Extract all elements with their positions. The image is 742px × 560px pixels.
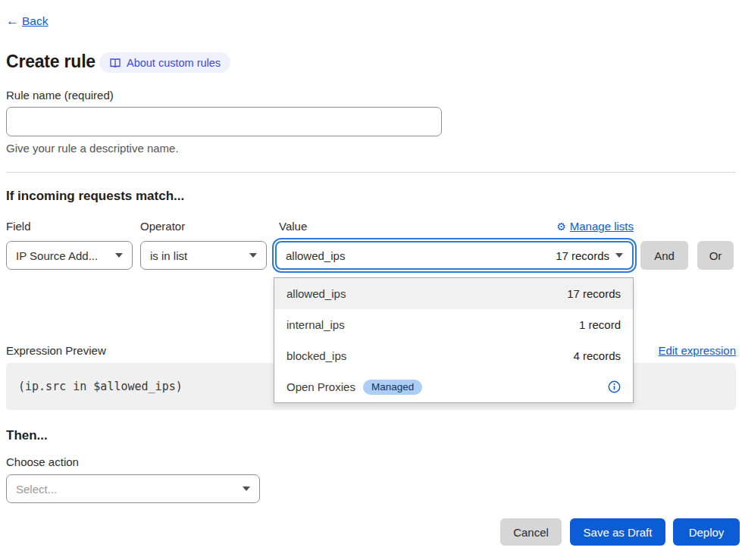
- operator-label: Operator: [140, 220, 185, 233]
- back-link-label[interactable]: Back: [22, 14, 48, 28]
- match-heading: If incoming requests match...: [6, 189, 184, 204]
- list-name: internal_ips: [286, 318, 345, 331]
- expression-preview-label: Expression Preview: [6, 344, 106, 357]
- rule-name-input[interactable]: [6, 107, 442, 136]
- choose-action-label: Choose action: [6, 455, 79, 468]
- expression-code: (ip.src in $allowed_ips): [18, 380, 183, 393]
- section-divider: [6, 172, 736, 173]
- back-link[interactable]: ← Back: [6, 14, 48, 29]
- chevron-down-icon: [249, 253, 257, 258]
- dropdown-item-internal-ips[interactable]: internal_ips 1 record: [274, 309, 633, 340]
- deploy-button[interactable]: Deploy: [673, 518, 740, 546]
- book-icon: [109, 57, 121, 69]
- chevron-down-icon: [243, 486, 250, 491]
- operator-select-value: is in list: [150, 249, 187, 262]
- field-label: Field: [6, 220, 31, 233]
- create-rule-page: ← Back Create rule About custom rules Ru…: [0, 0, 742, 560]
- action-select-placeholder: Select...: [16, 483, 57, 496]
- value-dropdown-menu: allowed_ips 17 records internal_ips 1 re…: [274, 277, 634, 403]
- dropdown-item-open-proxies[interactable]: Open Proxies Managed: [274, 371, 633, 402]
- chevron-down-icon: [615, 253, 623, 258]
- and-button[interactable]: And: [640, 241, 688, 270]
- manage-lists-link[interactable]: ⚙ Manage lists: [556, 220, 634, 233]
- rule-name-label: Rule name (required): [6, 89, 114, 102]
- manage-lists-label[interactable]: Manage lists: [570, 220, 634, 233]
- value-select-records: 17 records: [556, 249, 609, 262]
- about-custom-rules-label: About custom rules: [127, 57, 221, 69]
- list-name: blocked_ips: [286, 349, 346, 362]
- list-name: Open Proxies: [286, 380, 355, 393]
- or-button[interactable]: Or: [697, 241, 734, 270]
- page-title: Create rule: [6, 52, 95, 72]
- dropdown-item-blocked-ips[interactable]: blocked_ips 4 records: [274, 340, 633, 371]
- back-arrow-icon: ←: [6, 14, 19, 29]
- list-records: 4 records: [573, 349, 621, 362]
- operator-select[interactable]: is in list: [140, 241, 267, 270]
- dropdown-item-allowed-ips[interactable]: allowed_ips 17 records: [274, 278, 633, 309]
- rule-name-helper: Give your rule a descriptive name.: [6, 142, 179, 155]
- value-label: Value: [279, 220, 307, 233]
- then-heading: Then...: [6, 428, 48, 443]
- field-select-value: IP Source Add...: [16, 249, 98, 262]
- save-as-draft-button[interactable]: Save as Draft: [570, 518, 665, 546]
- cancel-button[interactable]: Cancel: [500, 518, 562, 546]
- field-select[interactable]: IP Source Add...: [6, 241, 133, 270]
- edit-expression-link[interactable]: Edit expression: [658, 344, 736, 357]
- about-custom-rules-badge[interactable]: About custom rules: [99, 52, 230, 73]
- value-select-value: allowed_ips: [286, 249, 345, 262]
- list-name: allowed_ips: [286, 287, 346, 300]
- action-select[interactable]: Select...: [6, 474, 260, 503]
- gear-icon: ⚙: [556, 221, 566, 233]
- managed-badge: Managed: [363, 380, 422, 395]
- list-records: 1 record: [579, 318, 621, 331]
- info-icon[interactable]: [608, 380, 621, 393]
- list-records: 17 records: [567, 287, 621, 300]
- chevron-down-icon: [115, 253, 123, 258]
- value-select[interactable]: allowed_ips 17 records: [275, 241, 634, 270]
